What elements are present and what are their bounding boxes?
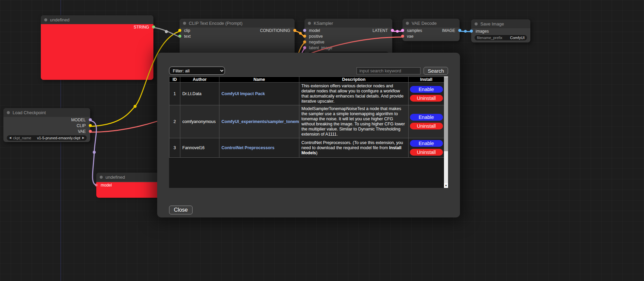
input-slot-vae[interactable] — [401, 35, 404, 38]
node-title: Save Image — [480, 21, 504, 27]
extension-link[interactable]: ComfyUI Impact Pack — [221, 91, 265, 96]
input-label-text: text — [184, 34, 191, 39]
search-box: Search — [357, 67, 448, 75]
cell-author: comfyanonymous — [180, 105, 219, 138]
table-header-row: ID Author Name Description Install — [169, 77, 444, 83]
prev-arrow-icon[interactable]: ◀ — [9, 135, 11, 141]
enable-button[interactable]: Enable — [410, 114, 443, 121]
input-slot-model[interactable] — [95, 183, 98, 187]
cell-name: ControlNet Preprocessors — [219, 138, 299, 158]
cell-id: 3 — [169, 138, 180, 158]
input-label-model: model — [309, 28, 320, 33]
input-slot-samples[interactable] — [401, 29, 404, 32]
next-arrow-icon[interactable]: ▶ — [82, 135, 84, 141]
input-slot-text[interactable] — [178, 35, 181, 38]
node-vae-decode[interactable]: VAE Decode samples IMAGE vae — [402, 19, 460, 41]
node-title-bar[interactable]: Load Checkpoint — [3, 108, 90, 117]
node-title: Load Checkpoint — [13, 110, 46, 115]
cell-author: Fannovel16 — [180, 138, 219, 158]
filename-prefix-widget[interactable]: filename_prefix ComfyUI — [475, 35, 527, 40]
node-title-bar[interactable]: VAE Decode — [402, 19, 460, 28]
widget-label: ckpt_name — [13, 136, 31, 140]
node-collapse-dot-icon[interactable] — [100, 176, 103, 179]
widget-value: ComfyUI — [510, 36, 525, 40]
wire-images — [460, 31, 471, 32]
filter-select[interactable]: Filter: all — [169, 67, 225, 75]
input-slot-negative[interactable] — [303, 40, 306, 43]
input-slot-images[interactable] — [470, 30, 473, 33]
node-load-checkpoint[interactable]: Load Checkpoint MODEL CLIP VAE ◀ ckpt_na… — [3, 108, 90, 142]
table-scrollbar[interactable]: ▼ — [444, 76, 448, 188]
uninstall-button[interactable]: Uninstall — [410, 149, 443, 156]
header-author: Author — [180, 77, 219, 83]
manager-toolbar: Filter: all Search — [169, 66, 448, 75]
node-collapse-dot-icon[interactable] — [308, 22, 311, 25]
extension-table: ID Author Name Description Install 1 Dr.… — [169, 76, 444, 158]
node-collapse-dot-icon[interactable] — [7, 111, 10, 114]
close-button[interactable]: Close — [169, 206, 193, 214]
output-slot-model[interactable] — [89, 118, 92, 121]
uninstall-button[interactable]: Uninstall — [410, 95, 443, 102]
header-install: Install — [409, 77, 444, 83]
input-slot-positive[interactable] — [303, 35, 306, 38]
cell-name: ComfyUI Impact Pack — [219, 83, 299, 105]
search-input[interactable] — [357, 67, 420, 74]
node-title: VAE Decode — [412, 21, 436, 26]
node-collapse-dot-icon[interactable] — [406, 22, 409, 25]
input-label-images: images — [476, 29, 489, 34]
extension-link[interactable]: ControlNet Preprocessors — [221, 145, 275, 150]
output-label-conditioning: CONDITIONING — [260, 28, 290, 33]
widget-value: v1-5-pruned-emaonly.ckpt — [37, 136, 80, 140]
ckpt-name-widget[interactable]: ◀ ckpt_name v1-5-pruned-emaonly.ckpt ▶ — [7, 135, 87, 141]
header-id: ID — [169, 77, 180, 83]
search-button[interactable]: Search — [424, 67, 448, 75]
cell-description: ControlNet Preprocessors. (To use this e… — [299, 138, 409, 158]
output-slot-latent[interactable] — [391, 29, 394, 32]
node-collapse-dot-icon[interactable] — [475, 22, 478, 25]
output-label-clip: CLIP — [77, 123, 86, 128]
node-title: CLIP Text Encode (Prompt) — [189, 21, 243, 26]
enable-button[interactable]: Enable — [410, 86, 443, 93]
node-title-bar[interactable]: KSampler — [304, 19, 392, 28]
output-slot-clip[interactable] — [89, 124, 92, 127]
node-title-bar[interactable]: CLIP Text Encode (Prompt) — [180, 19, 295, 28]
uninstall-button[interactable]: Uninstall — [410, 123, 443, 129]
scroll-down-arrow-icon[interactable]: ▼ — [444, 183, 448, 188]
node-undefined-top[interactable]: undefined STRING — [41, 15, 153, 80]
output-slot-string[interactable] — [152, 25, 155, 29]
input-label-positive: positive — [309, 34, 323, 39]
input-label-vae: vae — [407, 34, 413, 39]
input-label-negative: negative — [309, 40, 324, 45]
table-row: 1 Dr.Lt.Data ComfyUI Impact Pack This ex… — [169, 83, 444, 105]
cell-install: Enable Uninstall — [409, 105, 444, 138]
output-label-string: STRING — [134, 25, 149, 30]
output-slot-conditioning[interactable] — [293, 29, 296, 32]
cell-description: This extension offers various detector n… — [299, 83, 409, 105]
table-row: 2 comfyanonymous ComfyUI_experiments/sam… — [169, 105, 444, 138]
scrollbar-thumb[interactable] — [444, 77, 448, 151]
node-collapse-dot-icon[interactable] — [44, 18, 47, 21]
node-title: undefined — [105, 175, 125, 180]
cell-id: 1 — [169, 83, 180, 105]
cell-install: Enable Uninstall — [409, 83, 444, 105]
input-label-model: model — [101, 183, 112, 188]
output-slot-vae[interactable] — [89, 130, 92, 133]
input-slot-latent-image[interactable] — [303, 46, 306, 49]
cell-id: 2 — [169, 105, 180, 138]
extension-link[interactable]: ComfyUI_experiments/sampler_tonemap — [221, 119, 299, 124]
extension-table-container: ID Author Name Description Install 1 Dr.… — [169, 76, 448, 188]
output-label-image: IMAGE — [442, 28, 455, 33]
input-label-latent-image: latent_image — [309, 46, 332, 50]
input-slot-clip[interactable] — [178, 29, 181, 32]
input-label-clip: clip — [184, 28, 190, 33]
cell-description: ModelSamplerTonemapNoiseTest a node that… — [299, 105, 409, 138]
node-collapse-dot-icon[interactable] — [183, 22, 186, 25]
output-slot-image[interactable] — [458, 29, 461, 32]
enable-button[interactable]: Enable — [410, 140, 443, 147]
input-slot-model[interactable] — [303, 29, 306, 32]
node-save-image[interactable]: Save Image images filename_prefix ComfyU… — [471, 19, 530, 42]
node-title-bar[interactable]: undefined — [41, 15, 153, 24]
node-title-bar[interactable]: Save Image — [471, 19, 530, 28]
wire-string-text — [153, 28, 180, 37]
input-label-samples: samples — [407, 28, 422, 33]
